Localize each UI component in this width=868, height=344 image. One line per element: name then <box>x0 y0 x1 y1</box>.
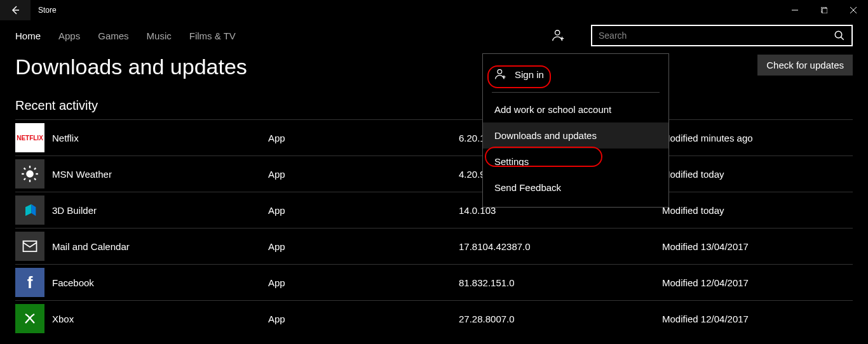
mail-icon <box>15 232 44 261</box>
app-name: Mail and Calendar <box>52 241 268 252</box>
app-list: NETFLIX Netflix App 6.20.104 Modified mi… <box>15 119 853 336</box>
app-type: App <box>268 205 459 216</box>
maximize-icon <box>821 7 827 13</box>
svg-point-11 <box>26 170 34 178</box>
annotation-highlight <box>485 147 602 167</box>
svg-point-6 <box>555 30 560 35</box>
titlebar: Store <box>0 0 868 20</box>
dropdown-separator <box>492 92 660 93</box>
svg-marker-20 <box>25 204 31 216</box>
nav-music[interactable]: Music <box>147 30 172 41</box>
app-modified: Modified minutes ago <box>662 133 853 143</box>
netflix-icon: NETFLIX <box>15 123 44 152</box>
nav-apps[interactable]: Apps <box>58 30 80 41</box>
app-type: App <box>268 133 459 143</box>
app-modified: Modified 12/04/2017 <box>662 314 853 324</box>
app-name: Facebook <box>52 277 268 288</box>
svg-line-10 <box>841 37 844 40</box>
window-title: Store <box>38 6 57 15</box>
nav-films[interactable]: Films & TV <box>189 30 236 41</box>
svg-marker-21 <box>31 204 36 216</box>
check-updates-button[interactable]: Check for updates <box>757 55 853 76</box>
app-version: 17.8104.42387.0 <box>459 241 662 252</box>
svg-point-9 <box>835 31 842 38</box>
app-type: App <box>268 277 459 288</box>
svg-line-19 <box>34 168 36 169</box>
list-item[interactable]: 3D Builder App 14.0.103 Modified today <box>15 192 853 228</box>
app-modified: Modified today <box>662 205 853 216</box>
user-menu-button[interactable] <box>552 29 566 43</box>
svg-line-18 <box>24 178 25 180</box>
close-button[interactable] <box>839 0 868 20</box>
list-item[interactable]: NETFLIX Netflix App 6.20.104 Modified mi… <box>15 119 853 155</box>
app-name: 3D Builder <box>52 205 268 216</box>
svg-rect-3 <box>822 8 827 13</box>
weather-icon <box>15 159 44 189</box>
section-title: Recent activity <box>15 98 853 113</box>
xbox-icon <box>15 304 44 333</box>
search-box[interactable] <box>591 25 853 46</box>
dropdown-label: Add work or school account <box>494 104 611 115</box>
list-item[interactable]: Xbox App 27.28.8007.0 Modified 12/04/201… <box>15 300 853 336</box>
app-version: 27.28.8007.0 <box>459 314 662 324</box>
app-name: MSN Weather <box>52 169 268 180</box>
list-item[interactable]: MSN Weather App 4.20.951 Modified today <box>15 155 853 192</box>
nav-games[interactable]: Games <box>98 30 128 41</box>
app-type: App <box>268 169 459 180</box>
nav-home[interactable]: Home <box>15 30 41 41</box>
annotation-highlight <box>487 65 551 88</box>
app-name: Netflix <box>52 133 268 143</box>
app-version: 81.832.151.0 <box>459 277 662 288</box>
svg-line-17 <box>34 178 36 180</box>
search-input[interactable] <box>599 30 834 41</box>
app-modified: Modified today <box>662 169 853 180</box>
dropdown-feedback[interactable]: Send Feedback <box>483 175 668 201</box>
list-item[interactable]: Mail and Calendar App 17.8104.42387.0 Mo… <box>15 228 853 264</box>
search-icon[interactable] <box>834 30 845 41</box>
list-item[interactable]: f Facebook App 81.832.151.0 Modified 12/… <box>15 264 853 300</box>
close-icon <box>850 7 857 13</box>
page-content: Downloads and updates Check for updates … <box>0 51 868 336</box>
back-button[interactable] <box>0 0 31 20</box>
person-add-icon <box>552 29 566 43</box>
svg-line-16 <box>24 168 25 169</box>
minimize-icon <box>792 7 798 13</box>
facebook-icon: f <box>15 268 44 297</box>
window-controls <box>780 0 868 20</box>
minimize-button[interactable] <box>780 0 810 20</box>
top-nav: Home Apps Games Music Films & TV <box>0 20 868 51</box>
app-modified: Modified 13/04/2017 <box>662 241 853 252</box>
dropdown-downloads[interactable]: Downloads and updates <box>483 122 668 149</box>
dropdown-add-account[interactable]: Add work or school account <box>483 96 668 122</box>
app-type: App <box>268 314 459 324</box>
dropdown-label: Send Feedback <box>494 182 561 193</box>
svg-rect-22 <box>24 241 37 251</box>
arrow-left-icon <box>10 5 20 15</box>
app-name: Xbox <box>52 314 268 324</box>
dropdown-label: Downloads and updates <box>494 130 597 141</box>
3dbuilder-icon <box>15 195 44 225</box>
maximize-button[interactable] <box>810 0 839 20</box>
app-type: App <box>268 241 459 252</box>
page-title: Downloads and updates <box>15 55 853 79</box>
app-modified: Modified 12/04/2017 <box>662 277 853 288</box>
